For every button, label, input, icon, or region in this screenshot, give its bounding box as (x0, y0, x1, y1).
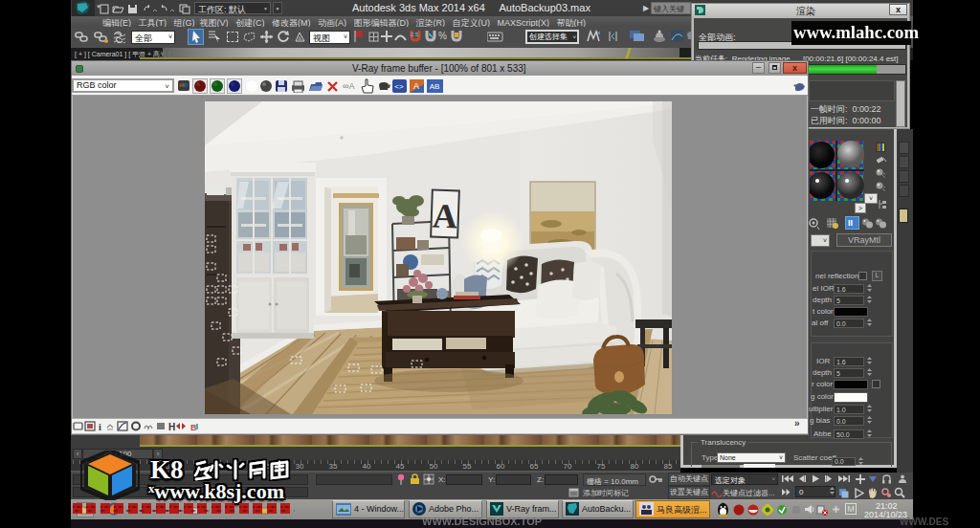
svg-text:B: B (190, 423, 197, 432)
svg-text:H: H (168, 422, 175, 432)
svg-text:AB: AB (430, 82, 440, 91)
svg-text:A: A (432, 197, 457, 236)
svg-text:2.5: 2.5 (411, 32, 419, 37)
svg-text:<>: <> (394, 82, 404, 91)
svg-text:i: i (99, 422, 101, 432)
svg-text:A: A (413, 81, 419, 91)
